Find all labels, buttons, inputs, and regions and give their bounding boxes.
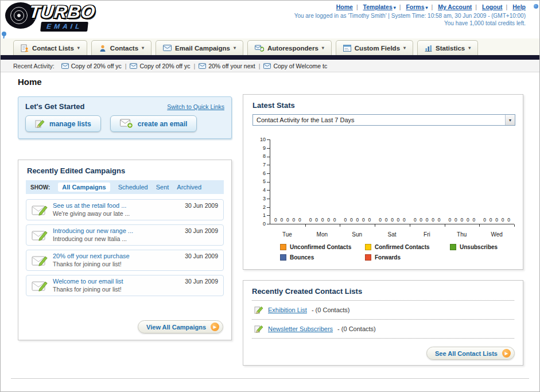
switch-quick-links-link[interactable]: Switch to Quick Links bbox=[167, 103, 224, 110]
contact-list-link[interactable]: Newsletter Subscribers bbox=[268, 325, 333, 332]
nav-link-label: Logout bbox=[482, 3, 503, 10]
campaign-subtitle: We're giving away our late ... bbox=[53, 210, 180, 217]
chevron-down-icon: ▾ bbox=[322, 45, 324, 51]
contact-lists-icon bbox=[21, 44, 29, 52]
legend-item: Unsubscribes bbox=[450, 244, 535, 250]
legend-item: Unconfirmed Contacts bbox=[280, 244, 365, 250]
contact-list-row[interactable]: Newsletter Subscribers - (0 Contacts) bbox=[252, 320, 514, 339]
tab-autoresponders[interactable]: Autoresponders ▾ bbox=[247, 40, 332, 55]
campaign-row[interactable]: 20% off your next purchaseThanks for joi… bbox=[26, 250, 224, 271]
campaign-filter-bar: SHOW: All Campaigns Scheduled Sent Archi… bbox=[26, 180, 224, 194]
logo-text: TURBO EMAIL bbox=[29, 3, 95, 32]
tab-contact-lists[interactable]: Contact Lists ▾ bbox=[13, 40, 87, 55]
chevron-down-icon: ▾ bbox=[234, 45, 236, 51]
y-axis-label: 9 bbox=[263, 146, 270, 151]
y-axis-label: 10 bbox=[260, 137, 270, 142]
contact-list-row[interactable]: Exhibition List - (0 Contacts) bbox=[252, 301, 514, 320]
tab-label: Email Campaigns bbox=[175, 45, 230, 52]
campaign-title-link[interactable]: Welcome to our email list bbox=[53, 278, 180, 285]
nav-link-logout[interactable]: Logout bbox=[482, 3, 503, 10]
filter-sent[interactable]: Sent bbox=[156, 184, 169, 191]
chart-value-label: 0 bbox=[438, 217, 441, 223]
legend-item: Confirmed Contacts bbox=[365, 244, 450, 250]
filter-archived[interactable]: Archived bbox=[177, 184, 201, 191]
email-campaigns-icon bbox=[163, 45, 172, 51]
campaign-date: 30 Jun 2009 bbox=[185, 278, 218, 293]
campaign-row[interactable]: See us at the retail food ...We're givin… bbox=[26, 199, 224, 220]
chart-value-label: 0 bbox=[385, 217, 388, 223]
y-axis-label: 1 bbox=[263, 213, 270, 218]
tab-contacts[interactable]: Contacts ▾ bbox=[91, 40, 151, 55]
tab-email-campaigns[interactable]: Email Campaigns ▾ bbox=[156, 40, 243, 55]
campaign-title-link[interactable]: 20% off your next purchase bbox=[53, 253, 180, 259]
autoresponders-icon bbox=[255, 45, 264, 52]
x-axis-label: Tue bbox=[270, 231, 305, 238]
campaign-edit-icon bbox=[32, 280, 48, 292]
x-axis-label: Sun bbox=[340, 231, 375, 238]
campaign-title-link[interactable]: Introducing our new range ... bbox=[53, 227, 180, 234]
envelope-icon bbox=[263, 63, 271, 69]
campaigns-panel-title: Recently Edited Campaigns bbox=[27, 166, 223, 175]
stats-period-select[interactable]: Contact Activity for the Last 7 Days ▼ bbox=[252, 114, 515, 126]
y-axis-label: 0 bbox=[263, 222, 270, 227]
legend-label: Unsubscribes bbox=[460, 244, 498, 250]
nav-link-templates[interactable]: Templates▾ bbox=[363, 3, 396, 10]
campaign-row[interactable]: Welcome to our email listThanks for join… bbox=[26, 275, 224, 296]
recent-activity-item[interactable]: Copy of Welcome tc bbox=[263, 63, 327, 69]
chart-value-label: 0 bbox=[315, 217, 318, 223]
pencil-icon bbox=[254, 324, 263, 333]
tab-custom-fields[interactable]: Custom Fields ▾ bbox=[336, 40, 413, 55]
select-dropdown-icon: ▼ bbox=[505, 115, 515, 125]
chart-value-label: 0 bbox=[286, 217, 289, 223]
nav-link-label: Home bbox=[336, 3, 353, 10]
activity-separator bbox=[190, 63, 199, 69]
tab-label: Statistics bbox=[436, 45, 465, 52]
nav-link-help[interactable]: Help bbox=[512, 3, 526, 10]
chart-value-label: 0 bbox=[449, 217, 452, 223]
contact-list-link[interactable]: Exhibition List bbox=[268, 306, 307, 313]
app-logo[interactable]: TURBO EMAIL bbox=[5, 2, 95, 32]
chart-group: 00000 bbox=[410, 139, 445, 224]
nav-link-my-account[interactable]: My Account bbox=[438, 3, 472, 10]
filter-all-campaigns[interactable]: All Campaigns bbox=[58, 183, 110, 192]
status-dot-icon bbox=[534, 4, 538, 9]
filter-scheduled[interactable]: Scheduled bbox=[118, 184, 148, 191]
envelope-icon bbox=[61, 63, 69, 69]
see-all-contact-lists-label: See All Contact Lists bbox=[435, 350, 498, 357]
campaign-date: 30 Jun 2009 bbox=[185, 202, 218, 218]
campaign-subtitle: Thanks for joining our list! bbox=[53, 261, 180, 267]
latest-stats-panel: Latest Stats Contact Activity for the La… bbox=[243, 94, 523, 270]
chart-value-label: 0 bbox=[483, 217, 486, 223]
chart-group: 00000 bbox=[479, 139, 514, 224]
get-started-panel: Let's Get Started Switch to Quick Links … bbox=[18, 96, 232, 139]
nav-separator bbox=[428, 3, 437, 10]
y-axis-label: 2 bbox=[263, 205, 270, 210]
legend-swatch bbox=[365, 244, 371, 250]
campaign-title-link[interactable]: See us at the retail food ... bbox=[53, 202, 180, 209]
recent-activity-item[interactable]: 20% off your next bbox=[199, 63, 255, 69]
chart-value-label: 0 bbox=[368, 217, 371, 223]
chart-value-label: 0 bbox=[461, 217, 464, 223]
chart-value-label: 0 bbox=[321, 217, 324, 223]
manage-lists-button[interactable]: manage lists bbox=[25, 115, 101, 132]
credits-info: You have 1,000 total credits left. bbox=[444, 20, 526, 26]
recent-activity-item[interactable]: Copy of 20% off yc bbox=[130, 63, 190, 69]
nav-link-home[interactable]: Home bbox=[336, 3, 353, 10]
tab-statistics[interactable]: Statistics ▾ bbox=[417, 40, 478, 55]
campaign-subtitle: Thanks for joining our list! bbox=[53, 286, 180, 293]
see-all-contact-lists-button[interactable]: See All Contact Lists ▶ bbox=[426, 347, 515, 360]
chart-value-label: 0 bbox=[507, 217, 510, 223]
view-all-campaigns-button[interactable]: View All Campaigns ▶ bbox=[138, 320, 223, 333]
page: TURBO EMAIL Home Templates▾ Forms▾ My Ac… bbox=[0, 0, 540, 392]
custom-fields-icon bbox=[343, 45, 351, 52]
nav-link-forms[interactable]: Forms▾ bbox=[406, 3, 428, 10]
stats-period-value: Contact Activity for the Last 7 Days bbox=[257, 117, 355, 123]
recent-activity-text: Copy of Welcome tc bbox=[273, 63, 327, 69]
tab-label: Contact Lists bbox=[32, 45, 74, 52]
statistics-icon bbox=[425, 45, 432, 52]
create-email-button[interactable]: create an email bbox=[110, 115, 197, 132]
legend-item: Bounces bbox=[280, 254, 365, 261]
campaign-row[interactable]: Introducing our new range ...Introducing… bbox=[26, 224, 224, 246]
create-email-label: create an email bbox=[138, 120, 188, 128]
recent-activity-item[interactable]: Copy of 20% off yc bbox=[61, 63, 122, 69]
